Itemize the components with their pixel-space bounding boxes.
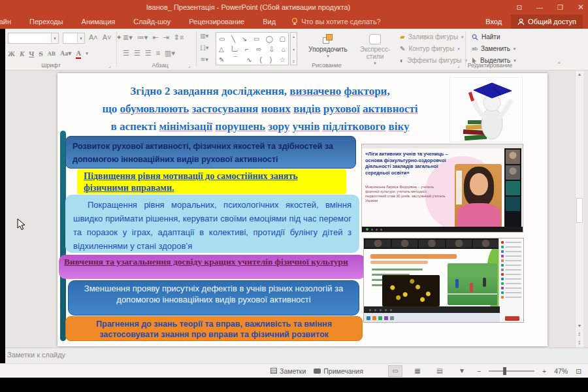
shapes-gallery-scroll[interactable]: ▴▾≡ bbox=[290, 32, 297, 65]
text-direction-icon[interactable]: ▥▾ bbox=[200, 31, 208, 41]
chevron-down-icon: ▾ bbox=[327, 54, 329, 57]
ribbon-tab-row: Дизайн Переходы Анимация Слайд-шоу Рецен… bbox=[0, 14, 588, 29]
tab-transitions[interactable]: Переходы bbox=[20, 14, 73, 29]
content-box-motivation[interactable]: Підвищення рівня мотивації до самостійни… bbox=[77, 169, 346, 194]
paragraph-dialog-launcher[interactable]: ⌟ bbox=[188, 63, 191, 69]
vertical-scrollbar[interactable]: ▲ ▼ ↥ ↧ bbox=[575, 71, 583, 348]
zoom-level[interactable]: 47% bbox=[554, 367, 568, 375]
normal-view-button[interactable]: ▭ bbox=[388, 365, 402, 377]
previous-slide-icon[interactable]: ↥ bbox=[576, 332, 583, 337]
indent-icon[interactable]: ⇥ bbox=[163, 33, 169, 42]
font-name-combo[interactable]: ▾ bbox=[8, 33, 59, 44]
zoom-slider[interactable] bbox=[489, 370, 534, 372]
sports-field-photo bbox=[448, 263, 497, 305]
next-slide-icon[interactable]: ↧ bbox=[576, 340, 583, 346]
change-case-icon[interactable]: Aa▾ bbox=[60, 49, 71, 58]
content-box-moral-qualities[interactable]: Покращення рівня моральних, психологічни… bbox=[65, 195, 359, 253]
participant-thumbnails bbox=[504, 148, 521, 228]
slideshow-view-button[interactable]: ▼ bbox=[455, 365, 469, 377]
sign-in-button[interactable]: Вход bbox=[485, 18, 502, 25]
restore-icon[interactable]: ❐ bbox=[557, 4, 563, 11]
tab-design[interactable]: Дизайн bbox=[0, 14, 20, 29]
align-left-icon[interactable]: ☰ bbox=[123, 48, 129, 57]
scrollbar-thumb[interactable] bbox=[576, 198, 583, 223]
conference-toolbar bbox=[362, 227, 523, 232]
columns-icon[interactable]: ▥▾ bbox=[165, 48, 175, 57]
collapse-ribbon-icon[interactable]: ⌃ bbox=[557, 60, 562, 69]
content-box-defects-reduction[interactable]: Зменшення прояву присутніх дефектів в уч… bbox=[68, 280, 359, 316]
share-button[interactable]: Общий доступ bbox=[511, 14, 583, 29]
underline-icon[interactable]: Ч bbox=[29, 49, 34, 58]
zoom-slider-thumb[interactable] bbox=[503, 367, 506, 375]
screen-edge bbox=[0, 29, 5, 378]
font-group-label: Шрифт bbox=[12, 62, 90, 69]
content-box-teacher-experience[interactable]: Вивчення та узагальнення досвіду кращих … bbox=[59, 255, 366, 279]
convert-smartart-icon[interactable]: ≋▾ bbox=[201, 55, 208, 64]
tab-slideshow[interactable]: Слайд-шоу bbox=[124, 14, 180, 29]
align-center-icon[interactable]: ☰ bbox=[134, 48, 140, 57]
content-box-development[interactable]: Розвиток рухової активності, фізичних як… bbox=[65, 136, 356, 169]
font-dialog-launcher[interactable]: ⌟ bbox=[108, 63, 111, 69]
reading-view-button[interactable]: ▤ bbox=[433, 365, 447, 377]
line-spacing-icon[interactable]: ⇕≡ bbox=[174, 33, 184, 42]
close-icon[interactable]: ✕ bbox=[578, 3, 584, 12]
bold-icon[interactable]: Ж bbox=[8, 49, 15, 58]
videoconference-screenshot-1[interactable]: «Ліги активних учнів та учениць – основа… bbox=[361, 144, 523, 233]
slide-title[interactable]: Згідно 2 завдання дослідження, визначено… bbox=[64, 82, 456, 135]
italic-icon[interactable]: К bbox=[20, 49, 24, 58]
ribbon-options-icon[interactable]: ⊡ bbox=[517, 4, 522, 11]
char-spacing-icon[interactable]: АВ bbox=[48, 49, 56, 58]
tab-view[interactable]: Вид bbox=[253, 14, 285, 29]
powerpoint-window: Іванов_ Презентація - PowerPoint (Сбой а… bbox=[0, 0, 588, 392]
window-controls: ⊡ — ❐ ✕ bbox=[517, 0, 584, 14]
fit-to-window-icon[interactable]: ⊡ bbox=[576, 367, 581, 375]
taskbar-strip bbox=[364, 313, 500, 323]
status-bar: Заметки Примечания ▭ ▦ ▤ ▼ − + 47% ⊡ bbox=[0, 363, 588, 378]
notes-placeholder: Заметки к слайду bbox=[7, 351, 65, 359]
justify-icon[interactable]: ≡ bbox=[156, 48, 160, 57]
shapes-gallery[interactable]: ▭╲↘▭◯▢ △乚⌐⇨⇩⌂ ✎⌒∿()☆ bbox=[216, 32, 289, 65]
arrange-button[interactable]: Упорядочить ▾ bbox=[304, 34, 351, 57]
font-size-combo[interactable]: ▾ bbox=[63, 33, 85, 44]
outdent-icon[interactable]: ⇤ bbox=[152, 33, 158, 42]
chevron-down-icon: ▾ bbox=[51, 33, 58, 43]
shrink-font-icon[interactable]: A˅ bbox=[103, 33, 112, 42]
align-right-icon[interactable]: ☰ bbox=[145, 48, 152, 57]
graduate-figurine-image[interactable] bbox=[449, 77, 523, 142]
zoom-in-button[interactable]: + bbox=[542, 367, 546, 375]
minimize-icon[interactable]: — bbox=[536, 4, 543, 11]
zoom-out-button[interactable]: − bbox=[477, 367, 481, 375]
slide-canvas[interactable]: Згідно 2 завдання дослідження, визначено… bbox=[57, 73, 547, 346]
children-photo bbox=[382, 275, 440, 306]
bullets-icon[interactable]: ≣▾ bbox=[123, 33, 133, 42]
scroll-up-icon[interactable]: ▲ bbox=[576, 71, 583, 76]
window-title: Іванов_ Презентація - PowerPoint (Сбой а… bbox=[0, 3, 497, 11]
shape-outline-button[interactable]: ✎Контур фигуры▾ bbox=[400, 45, 460, 52]
content-box-knowledge[interactable]: Прагнення до знань теорії та вправ, важл… bbox=[65, 316, 363, 341]
shape-outline-icon: ✎ bbox=[400, 45, 405, 52]
paragraph-group-label: Абзац bbox=[121, 62, 199, 69]
slide-sorter-view-button[interactable]: ▦ bbox=[410, 365, 425, 377]
quick-styles-button[interactable]: Экспресс-стили ▾ bbox=[356, 34, 394, 65]
conference-toolbar bbox=[364, 306, 500, 313]
lightbulb-icon bbox=[291, 18, 298, 25]
tell-me-box[interactable]: Что вы хотите сделать? bbox=[291, 18, 381, 25]
videoconference-screenshot-2[interactable] bbox=[363, 238, 524, 323]
comments-toggle-button[interactable]: Примечания bbox=[314, 367, 363, 375]
shape-fill-icon: ▰ bbox=[400, 33, 405, 41]
notes-pane[interactable]: Заметки к слайду bbox=[5, 348, 588, 363]
quick-styles-icon bbox=[369, 34, 381, 44]
notes-toggle-button[interactable]: Заметки bbox=[270, 367, 306, 375]
conference-slide-heading: «Ліги активних учнів та учениць – основа… bbox=[365, 151, 458, 176]
align-text-icon[interactable]: ⟦⟧▾ bbox=[200, 43, 208, 52]
tab-animations[interactable]: Анимация bbox=[73, 14, 125, 29]
tab-review[interactable]: Рецензирование bbox=[180, 14, 253, 29]
numbering-icon[interactable]: ≔▾ bbox=[137, 33, 148, 42]
find-button[interactable]: Найти bbox=[472, 33, 500, 41]
grow-font-icon[interactable]: A˄ bbox=[89, 33, 98, 42]
font-color-icon[interactable]: A bbox=[76, 48, 81, 59]
replace-button[interactable]: abЗаменить▾ bbox=[472, 45, 515, 52]
scroll-down-icon[interactable]: ▼ bbox=[576, 323, 583, 328]
shape-fill-button[interactable]: ▰Заливка фигуры▾ bbox=[400, 33, 464, 41]
strikethrough-icon[interactable]: S bbox=[39, 49, 42, 58]
